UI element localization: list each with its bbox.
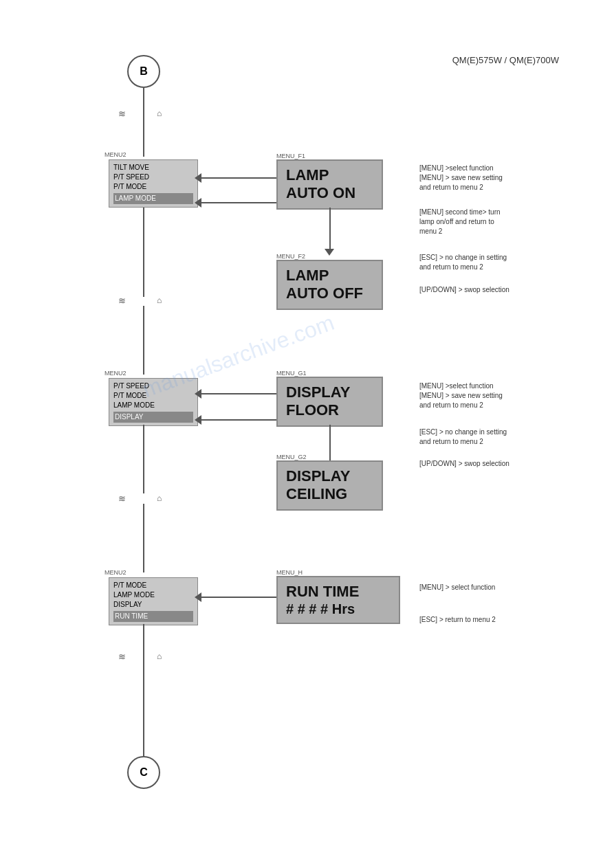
note-display-2: [ESC] > no change in settingand return t… [419, 427, 578, 447]
page: QM(E)575W / QM(E)700W B ≋ ⌂ MENU2 TILT M… [0, 0, 614, 868]
menu-label-3: MENU2 [105, 569, 127, 576]
hline-display-g2-return [198, 419, 277, 421]
vline-section1-down [143, 208, 144, 297]
func-label-f2: MENU_F2 [276, 253, 305, 260]
func-label-f1: MENU_F1 [276, 153, 305, 159]
connector-sym-7: ≋ [118, 652, 126, 662]
menu-label-2: MENU2 [105, 370, 127, 377]
connector-sym-4: ⌂ [157, 296, 162, 305]
func-label-g1: MENU_G1 [276, 370, 307, 377]
note-runtime-2: [ESC] > return to menu 2 [419, 615, 578, 625]
connector-sym-3: ≋ [118, 296, 126, 306]
hline-lamp-f2-return [198, 202, 277, 203]
func-box-lamp-auto-off: LAMP AUTO OFF [276, 260, 383, 310]
note-display-3: [UP/DOWN] > swop selection [419, 459, 578, 469]
menu-box-runtime: P/T MODE LAMP MODE DISPLAY RUN TIME [109, 577, 198, 625]
connector-sym-1: ≋ [118, 109, 126, 119]
note-display-1: [MENU] >select function[MENU] > save new… [419, 381, 578, 410]
arrow-display-g1 [195, 389, 201, 399]
note-lamp-2: [MENU] second time> turnlamp on/off and … [419, 208, 578, 236]
func-box-runtime: RUN TIME # # # # Hrs [276, 576, 400, 624]
connector-sym-6: ⌂ [157, 493, 162, 503]
connector-sym-8: ⌂ [157, 652, 162, 661]
hline-lamp-f1 [198, 177, 277, 179]
arrow-f1-f2-down [325, 249, 334, 256]
vline-g1-g2 [329, 425, 331, 466]
vline-mid-1 [143, 306, 144, 375]
arrow-lamp-f2-return [195, 198, 201, 208]
note-lamp-1: [MENU] >select function[MENU] > save new… [419, 164, 578, 192]
vline-section2-down [143, 425, 144, 493]
func-box-display-ceiling: DISPLAY CEILING [276, 460, 383, 511]
menu-box-display: P/T SPEED P/T MODE LAMP MODE DISPLAY [109, 378, 198, 426]
connector-sym-5: ≋ [118, 493, 126, 504]
arrow-runtime-h [195, 592, 201, 602]
page-title: QM(E)575W / QM(E)700W [452, 55, 559, 65]
note-lamp-4: [UP/DOWN] > swop selection [419, 285, 578, 295]
node-c: C [127, 756, 160, 789]
arrow-display-g2-return [195, 415, 201, 425]
func-label-g2: MENU_G2 [276, 454, 307, 460]
hline-display-g1 [198, 393, 277, 394]
node-b: B [127, 55, 160, 88]
vline-f1-f2 [329, 208, 331, 252]
func-label-h: MENU_H [276, 569, 303, 576]
vline-b-top [143, 88, 144, 157]
vline-mid-2 [143, 504, 144, 572]
note-runtime-1: [MENU] > select function [419, 583, 578, 592]
func-box-lamp-auto-on: LAMP AUTO ON [276, 159, 383, 210]
vline-to-c [143, 661, 144, 757]
menu-box-lamp: TILT MOVE P/T SPEED P/T MODE LAMP MODE [109, 159, 198, 208]
hline-runtime-h [198, 597, 277, 598]
arrow-lamp-f1 [195, 173, 201, 183]
menu-label-1: MENU2 [105, 151, 127, 158]
func-box-display-floor: DISPLAY FLOOR [276, 377, 383, 427]
connector-sym-2: ⌂ [157, 109, 162, 118]
note-lamp-3: [ESC] > no change in settingand return t… [419, 253, 578, 272]
